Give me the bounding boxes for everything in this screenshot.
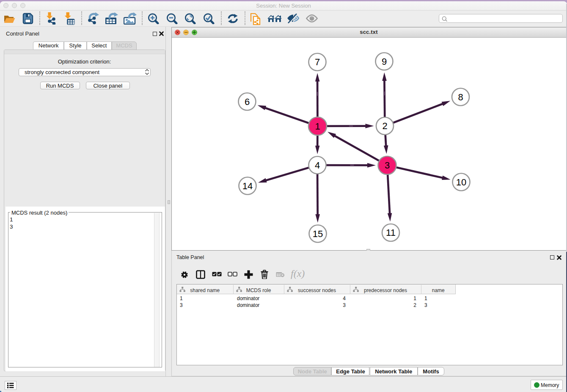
svg-text:11: 11 [386,227,396,238]
svg-text:6: 6 [245,96,250,107]
svg-text:3: 3 [385,160,390,171]
svg-text:7: 7 [315,57,320,67]
svg-text:4: 4 [315,160,320,170]
svg-text:1: 1 [315,121,320,131]
svg-text:2: 2 [382,121,387,131]
svg-text:8: 8 [458,91,463,102]
svg-text:10: 10 [456,177,466,187]
svg-text:14: 14 [242,180,253,191]
svg-text:15: 15 [313,228,323,239]
svg-text:9: 9 [382,56,387,66]
